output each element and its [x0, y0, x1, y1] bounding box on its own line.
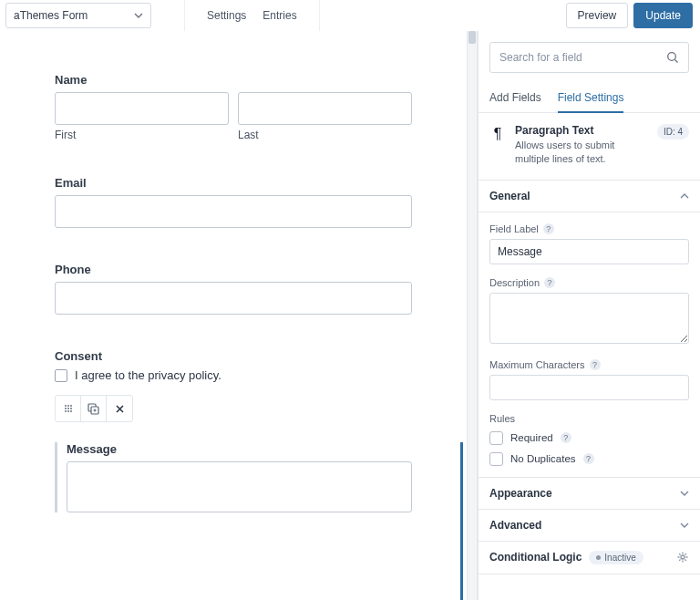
- field-type-card: ¶ Paragraph Text Allows users to submit …: [479, 113, 700, 181]
- svg-point-0: [65, 405, 67, 407]
- field-label: Consent: [55, 349, 412, 363]
- svg-point-2: [70, 405, 72, 407]
- max-chars-input[interactable]: [489, 375, 689, 400]
- field-message-selected[interactable]: Message: [55, 442, 412, 512]
- section-advanced-header[interactable]: Advanced: [479, 510, 700, 542]
- description-textarea[interactable]: [489, 293, 689, 344]
- message-textarea[interactable]: [67, 461, 412, 512]
- svg-point-6: [65, 410, 67, 412]
- sublabel-first: First: [55, 129, 229, 141]
- section-appearance-header[interactable]: Appearance: [479, 478, 700, 510]
- help-icon[interactable]: ?: [590, 359, 601, 370]
- section-conditional-logic[interactable]: Conditional Logic Inactive: [479, 542, 700, 574]
- chevron-down-icon: [680, 521, 689, 530]
- rule-required[interactable]: Required ?: [489, 431, 689, 445]
- help-icon[interactable]: ?: [561, 432, 571, 443]
- svg-point-11: [668, 53, 676, 61]
- close-icon[interactable]: [107, 396, 132, 421]
- nav-settings[interactable]: Settings: [207, 9, 246, 22]
- svg-point-4: [67, 408, 69, 409]
- field-phone[interactable]: Phone: [55, 263, 412, 315]
- field-label-input[interactable]: [489, 239, 689, 264]
- duplicate-icon[interactable]: [81, 396, 107, 421]
- last-name-input[interactable]: [238, 92, 412, 125]
- form-canvas[interactable]: Name First Last Email Phone: [0, 31, 467, 600]
- paragraph-icon: ¶: [489, 124, 506, 167]
- form-selector-dropdown[interactable]: aThemes Form: [5, 3, 151, 28]
- search-icon: [666, 51, 679, 64]
- svg-point-1: [67, 405, 69, 407]
- nav-entries[interactable]: Entries: [262, 9, 296, 22]
- form-selector-label: aThemes Form: [14, 9, 88, 22]
- help-icon[interactable]: ?: [543, 223, 554, 234]
- sidebar-tabs: Add Fields Field Settings: [479, 84, 700, 113]
- conditional-status-pill: Inactive: [589, 551, 643, 564]
- svg-point-5: [70, 408, 72, 409]
- section-general-header[interactable]: General: [479, 181, 700, 212]
- required-checkbox[interactable]: [489, 431, 503, 445]
- field-type-desc: Allows users to submit multiple lines of…: [515, 139, 643, 167]
- phone-input[interactable]: [55, 282, 412, 315]
- no-duplicates-checkbox[interactable]: [489, 452, 503, 466]
- chevron-up-icon: [680, 191, 689, 201]
- canvas-scrollbar[interactable]: [467, 31, 478, 600]
- field-action-bar: [55, 395, 133, 422]
- tab-field-settings[interactable]: Field Settings: [558, 84, 624, 113]
- svg-point-8: [70, 410, 72, 412]
- consent-text: I agree to the privacy policy.: [75, 368, 221, 382]
- tab-add-fields[interactable]: Add Fields: [489, 84, 541, 112]
- svg-point-12: [681, 555, 685, 559]
- top-bar: aThemes Form Settings Entries Preview Up…: [0, 0, 700, 31]
- chevron-down-icon: [134, 11, 143, 20]
- search-field-input[interactable]: Search for a field: [489, 42, 689, 73]
- help-icon[interactable]: ?: [544, 277, 555, 288]
- section-general-body: Field Label? Description? Maximum Charac…: [479, 212, 700, 478]
- first-name-input[interactable]: [55, 92, 229, 125]
- help-icon[interactable]: ?: [583, 453, 594, 464]
- label-description: Description?: [489, 277, 689, 288]
- drag-handle-icon[interactable]: [56, 396, 81, 421]
- field-label: Phone: [55, 263, 412, 276]
- search-placeholder: Search for a field: [499, 51, 582, 64]
- field-email[interactable]: Email: [55, 176, 412, 228]
- email-input[interactable]: [55, 195, 412, 228]
- consent-checkbox[interactable]: [55, 369, 67, 382]
- gear-icon[interactable]: [676, 551, 689, 564]
- svg-point-7: [67, 410, 69, 412]
- label-max-chars: Maximum Characters?: [489, 359, 689, 370]
- field-id-badge: ID: 4: [657, 124, 689, 140]
- label-rules: Rules: [489, 413, 689, 424]
- field-label: Email: [55, 176, 412, 190]
- chevron-down-icon: [680, 489, 689, 498]
- preview-button[interactable]: Preview: [566, 3, 629, 28]
- field-name[interactable]: Name First Last: [55, 73, 412, 141]
- sublabel-last: Last: [238, 129, 412, 141]
- svg-point-3: [65, 408, 67, 409]
- field-consent[interactable]: Consent I agree to the privacy policy.: [55, 349, 412, 422]
- field-type-title: Paragraph Text: [515, 124, 643, 137]
- update-button[interactable]: Update: [633, 3, 693, 28]
- field-label: Name: [55, 73, 412, 87]
- rule-no-duplicates[interactable]: No Duplicates ?: [489, 452, 689, 466]
- field-label: Message: [67, 442, 412, 456]
- field-settings-sidebar: Search for a field Add Fields Field Sett…: [478, 31, 700, 600]
- label-field-label: Field Label?: [489, 223, 689, 234]
